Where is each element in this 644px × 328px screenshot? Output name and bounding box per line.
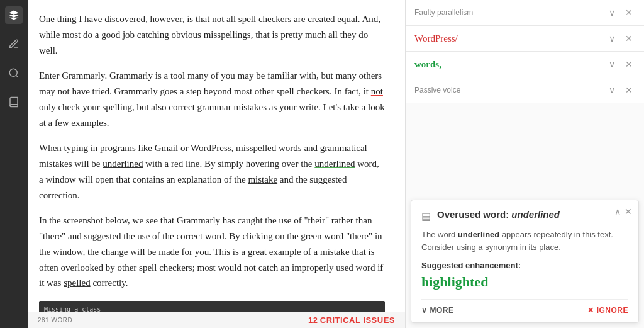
- issue-close-faulty[interactable]: ✕: [623, 6, 635, 19]
- issue-title-faulty: Faulty parallelism: [414, 8, 606, 17]
- ignore-label: IGNORE: [597, 306, 628, 315]
- popup-body-bold: underlined: [458, 230, 499, 239]
- popup-body: The word underlined appears repeatedly i…: [421, 229, 628, 253]
- popup-title-italic: underlined: [511, 209, 560, 220]
- issue-wordpress[interactable]: WordPress/ ∨ ✕: [406, 26, 644, 52]
- issue-actions-passive: ∨ ✕: [606, 84, 635, 96]
- issue-faulty-parallelism[interactable]: Faulty parallelism ∨ ✕: [406, 0, 644, 26]
- issue-close-wordpress[interactable]: ✕: [623, 32, 635, 45]
- logo-icon[interactable]: [5, 6, 23, 24]
- paragraph-4: In the screenshot below, we see that Gra…: [39, 213, 385, 291]
- paragraph-2: Enter Grammarly. Grammarly is a tool man…: [39, 68, 385, 130]
- popup-close-button[interactable]: ✕: [625, 206, 632, 217]
- main-content: One thing I have discovered, however, is…: [28, 0, 405, 328]
- popup-more-button[interactable]: ∨ MORE: [421, 306, 454, 315]
- popup-up-button[interactable]: ∧: [614, 206, 621, 217]
- issue-label-wordpress: WordPress/: [414, 33, 458, 44]
- close-icon: ✕: [587, 306, 594, 315]
- issue-close-passive[interactable]: ✕: [623, 84, 635, 96]
- critical-issues: 12 CRITICAL ISSUES: [308, 315, 395, 325]
- right-panel: Faulty parallelism ∨ ✕ WordPress/ ∨ ✕ wo…: [405, 0, 644, 328]
- chevron-down-icon: ∨: [421, 306, 428, 315]
- editor-area[interactable]: One thing I have discovered, however, is…: [28, 0, 399, 312]
- word-spelled: spelled: [64, 278, 91, 288]
- word-words: words: [279, 143, 302, 153]
- issue-title-passive: Passive voice: [414, 86, 606, 94]
- issue-label-words: words,: [414, 59, 441, 70]
- popup-suggestion-label: Suggested enhancement:: [421, 261, 628, 270]
- popup-ignore-button[interactable]: ✕ IGNORE: [587, 306, 628, 315]
- issue-close-words[interactable]: ✕: [623, 58, 635, 71]
- issue-collapse-faulty[interactable]: ∨: [606, 6, 618, 19]
- popup-card: ∧ ✕ ▤ Overused word: underlined The word…: [411, 200, 639, 323]
- phrase-not-only: not only check your spelling: [39, 86, 383, 112]
- bottom-bar: 281 WORD 12 CRITICAL ISSUES: [28, 312, 405, 328]
- critical-label: CRITICAL ISSUES: [320, 315, 395, 325]
- word-count: 281 WORD: [38, 317, 72, 324]
- word-this: This: [213, 247, 230, 257]
- issue-words[interactable]: words, ∨ ✕: [406, 52, 644, 77]
- critical-count: 12: [308, 315, 318, 325]
- issue-actions-faulty: ∨ ✕: [606, 6, 635, 19]
- search-icon[interactable]: [5, 64, 23, 82]
- word-wordpress: WordPress: [191, 143, 231, 153]
- issue-actions-words: ∨ ✕: [606, 58, 635, 71]
- issue-passive-voice[interactable]: Passive voice ∨ ✕: [406, 77, 644, 103]
- popup-suggestion-value[interactable]: highlighted: [421, 274, 628, 290]
- word-great: great: [248, 247, 267, 257]
- issue-collapse-wordpress[interactable]: ∨: [606, 32, 618, 45]
- issue-actions-wordpress: ∨ ✕: [606, 32, 635, 45]
- word-mistake: mistake: [248, 174, 277, 184]
- popup-footer: ∨ MORE ✕ IGNORE: [421, 299, 628, 315]
- pen-icon[interactable]: [5, 35, 23, 53]
- popup-icon: ▤: [421, 210, 431, 222]
- word-underlined-1: underlined: [103, 159, 143, 169]
- issue-collapse-passive[interactable]: ∨: [606, 84, 618, 96]
- screenshot-label: Missing a class: [44, 305, 101, 312]
- more-label: MORE: [430, 306, 454, 315]
- screenshot-preview: Missing a class: [39, 301, 385, 312]
- paragraph-3: When typing in programs like Gmail or Wo…: [39, 140, 385, 203]
- issues-list: Faulty parallelism ∨ ✕ WordPress/ ∨ ✕ wo…: [406, 0, 644, 195]
- paragraph-1: One thing I have discovered, however, is…: [39, 11, 385, 58]
- svg-point-0: [9, 69, 17, 76]
- book-icon[interactable]: [5, 93, 23, 111]
- sidebar: [0, 0, 28, 328]
- word-equal: equal: [337, 14, 357, 24]
- word-underlined-2: underlined: [314, 159, 355, 169]
- popup-title: Overused word: underlined: [437, 209, 628, 220]
- issue-collapse-words[interactable]: ∨: [606, 58, 618, 71]
- popup-header: ▤ Overused word: underlined: [421, 209, 628, 222]
